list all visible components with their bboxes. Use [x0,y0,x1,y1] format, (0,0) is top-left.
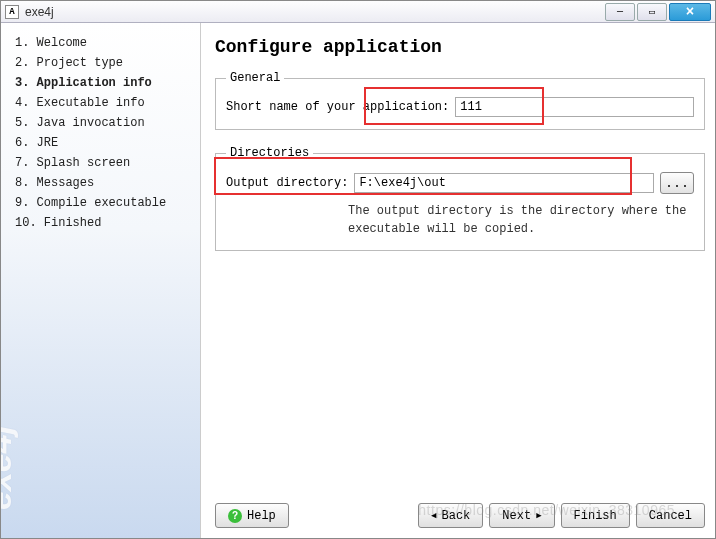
window-title: exe4j [25,5,605,19]
directories-legend: Directories [226,146,313,160]
nav-buttons: Back Next Finish Cancel [418,503,705,528]
step-item[interactable]: 5. Java invocation [15,113,186,133]
content-area: 1. Welcome2. Project type3. Application … [1,23,715,538]
finish-label: Finish [574,509,617,523]
step-item[interactable]: 4. Executable info [15,93,186,113]
step-item[interactable]: 10. Finished [15,213,186,233]
window-controls: — ▭ × [605,3,711,21]
step-item[interactable]: 2. Project type [15,53,186,73]
titlebar: A exe4j — ▭ × [1,1,715,23]
finish-button[interactable]: Finish [561,503,630,528]
brand-logo: exe4j [0,425,19,510]
short-name-row: Short name of your application: [226,97,694,117]
app-icon: A [5,5,19,19]
next-button[interactable]: Next [489,503,554,528]
button-bar: ? Help Back Next Finish Cancel [215,493,705,528]
back-label: Back [442,509,471,523]
back-button[interactable]: Back [418,503,483,528]
step-item[interactable]: 3. Application info [15,73,186,93]
output-dir-hint: The output directory is the directory wh… [348,202,694,238]
help-label: Help [247,509,276,523]
main-panel: Configure application General Short name… [201,23,715,538]
close-button[interactable]: × [669,3,711,21]
output-dir-label: Output directory: [226,176,348,190]
minimize-button[interactable]: — [605,3,635,21]
next-label: Next [502,509,531,523]
output-dir-input[interactable] [354,173,654,193]
general-legend: General [226,71,284,85]
general-group: General Short name of your application: [215,71,705,130]
step-item[interactable]: 7. Splash screen [15,153,186,173]
short-name-input[interactable] [455,97,694,117]
step-list: 1. Welcome2. Project type3. Application … [15,33,186,233]
browse-button[interactable]: ... [660,172,694,194]
help-button[interactable]: ? Help [215,503,289,528]
sidebar: 1. Welcome2. Project type3. Application … [1,23,201,538]
directories-group: Directories Output directory: ... The ou… [215,146,705,251]
short-name-label: Short name of your application: [226,100,449,114]
output-dir-row: Output directory: ... [226,172,694,194]
page-title: Configure application [215,37,705,57]
step-item[interactable]: 9. Compile executable [15,193,186,213]
cancel-button[interactable]: Cancel [636,503,705,528]
step-item[interactable]: 1. Welcome [15,33,186,53]
step-item[interactable]: 6. JRE [15,133,186,153]
cancel-label: Cancel [649,509,692,523]
maximize-button[interactable]: ▭ [637,3,667,21]
help-icon: ? [228,509,242,523]
step-item[interactable]: 8. Messages [15,173,186,193]
